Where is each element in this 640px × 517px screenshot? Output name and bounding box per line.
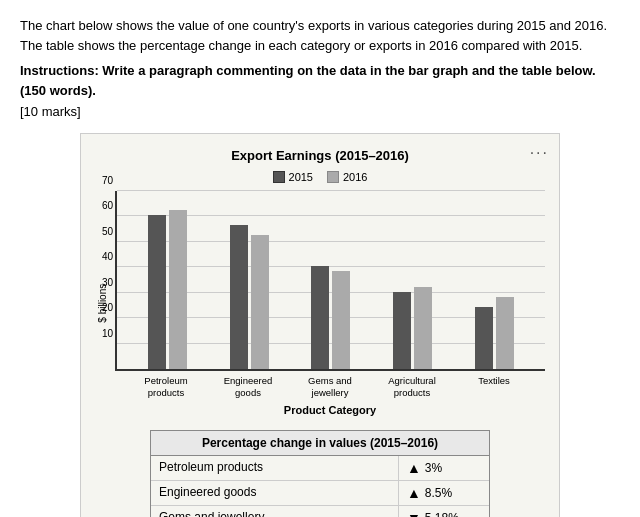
bar-group: [230, 225, 269, 369]
y-tick-label: 50: [102, 225, 113, 236]
bar-2016: [332, 271, 350, 369]
bar-group: [311, 266, 350, 369]
table-container: Percentage change in values (2015–2016) …: [150, 430, 490, 517]
bar-2015: [148, 215, 166, 369]
bars-container: [117, 191, 545, 369]
more-options-icon[interactable]: ···: [530, 144, 549, 162]
y-tick-label: 70: [102, 175, 113, 186]
table-cell-category: Engineered goods: [151, 481, 399, 505]
arrow-down-icon: ▼: [407, 510, 421, 517]
bar-group: [148, 210, 187, 369]
bar-group: [393, 287, 432, 369]
chart-title: Export Earnings (2015–2016): [95, 148, 545, 163]
legend-2015: 2015: [273, 171, 313, 183]
grid-area: 10203040506070: [115, 191, 545, 371]
bar-2016: [496, 297, 514, 369]
instructions-text: Instructions: Write a paragraph commenti…: [20, 61, 620, 100]
bar-2015: [230, 225, 248, 369]
table-cell-value: ▲8.5%: [399, 481, 489, 505]
legend-2016: 2016: [327, 171, 367, 183]
legend-label-2015: 2015: [289, 171, 313, 183]
arrow-up-icon: ▲: [407, 460, 421, 476]
bar-2015: [475, 307, 493, 369]
percentage-value: 8.5%: [425, 486, 452, 500]
table-cell-value: ▲3%: [399, 456, 489, 480]
table-row: Engineered goods▲8.5%: [151, 481, 489, 506]
y-tick-label: 10: [102, 327, 113, 338]
legend-box-2015: [273, 171, 285, 183]
marks-text: [10 marks]: [20, 104, 620, 119]
chart-legend: 2015 2016: [95, 171, 545, 183]
bar-2015: [393, 292, 411, 369]
table-cell-category: Gems and jewellery: [151, 506, 399, 517]
bar-2016: [169, 210, 187, 369]
bar-group: [475, 297, 514, 369]
legend-label-2016: 2016: [343, 171, 367, 183]
y-tick-label: 40: [102, 251, 113, 262]
table-row: Petroleum products▲3%: [151, 456, 489, 481]
table-cell-category: Petroleum products: [151, 456, 399, 480]
x-label: Agricultural products: [382, 375, 442, 400]
bar-2016: [251, 235, 269, 369]
chart-inner: 10203040506070 Petroleum productsEnginee…: [115, 191, 545, 416]
percentage-value: 3%: [425, 461, 442, 475]
y-tick-label: 30: [102, 276, 113, 287]
table-body: Petroleum products▲3%Engineered goods▲8.…: [151, 456, 489, 517]
chart-body: $ billions 10203040506070 Petroleum prod…: [95, 191, 545, 416]
x-label: Textiles: [464, 375, 524, 400]
table-row: Gems and jewellery▼5.18%: [151, 506, 489, 517]
y-tick-label: 20: [102, 302, 113, 313]
arrow-up-icon: ▲: [407, 485, 421, 501]
percentage-value: 5.18%: [425, 511, 459, 517]
x-label: Gems and jewellery: [300, 375, 360, 400]
legend-box-2016: [327, 171, 339, 183]
x-axis-title: Product Category: [115, 404, 545, 416]
x-label: Petroleum products: [136, 375, 196, 400]
bar-2015: [311, 266, 329, 369]
description-text: The chart below shows the value of one c…: [20, 16, 620, 55]
x-labels: Petroleum productsEngineered goodsGems a…: [115, 371, 545, 400]
y-tick-label: 60: [102, 200, 113, 211]
table-cell-value: ▼5.18%: [399, 506, 489, 517]
table-header: Percentage change in values (2015–2016): [151, 431, 489, 456]
chart-container: ··· Export Earnings (2015–2016) 2015 201…: [80, 133, 560, 517]
bar-2016: [414, 287, 432, 369]
x-label: Engineered goods: [218, 375, 278, 400]
